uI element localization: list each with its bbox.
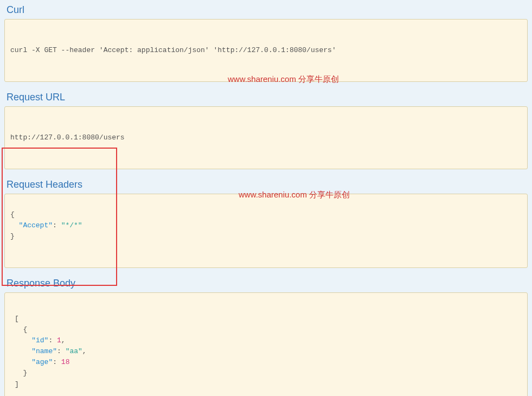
request-url-heading: Request URL: [7, 87, 525, 106]
curl-heading: Curl: [7, 0, 525, 19]
response-body-section: Response Body [ { "id": 1, "name": "aa",…: [0, 273, 532, 396]
request-url-content: http://127.0.0.1:8080/users: [10, 132, 522, 143]
request-headers-content: { "Accept": "*/*" }: [10, 209, 522, 242]
response-body-codebox[interactable]: [ { "id": 1, "name": "aa", "age": 18 } ]: [4, 292, 528, 396]
request-url-section: Request URL http://127.0.0.1:8080/users: [0, 87, 532, 169]
request-headers-section: Request Headers { "Accept": "*/*" }: [0, 175, 532, 268]
request-url-codebox[interactable]: http://127.0.0.1:8080/users: [4, 106, 528, 169]
request-headers-codebox[interactable]: { "Accept": "*/*" }: [4, 194, 528, 268]
response-body-content: [ { "id": 1, "name": "aa", "age": 18 } ]: [15, 314, 517, 390]
request-headers-heading: Request Headers: [7, 175, 525, 194]
curl-section: Curl curl -X GET --header 'Accept: appli…: [0, 0, 532, 82]
response-body-heading: Response Body: [7, 273, 525, 292]
curl-codebox[interactable]: curl -X GET --header 'Accept: applicatio…: [4, 19, 528, 82]
curl-content: curl -X GET --header 'Accept: applicatio…: [10, 45, 522, 56]
